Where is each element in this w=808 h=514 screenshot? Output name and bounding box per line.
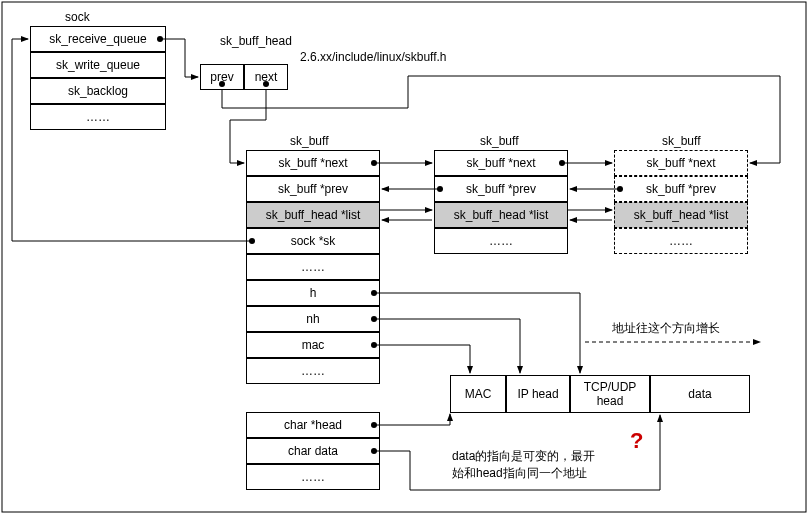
skbuff-label-3: sk_buff — [662, 134, 700, 148]
skbuffhead-label: sk_buff_head — [220, 34, 292, 48]
skbuff-side2-field: …… — [434, 228, 568, 254]
skbuff-main-field: …… — [246, 254, 380, 280]
skbuff-main-field: char data — [246, 438, 380, 464]
skbuff-side3-field: sk_buff *prev — [614, 176, 748, 202]
skbuff-main-field: nh — [246, 306, 380, 332]
skbuff-main-field: sock *sk — [246, 228, 380, 254]
sock-field: …… — [30, 104, 166, 130]
skbuff-main-field: …… — [246, 358, 380, 384]
sock-label: sock — [65, 10, 90, 24]
head-next: next — [244, 64, 288, 90]
skbuff-side3-field: sk_buff *next — [614, 150, 748, 176]
skbuff-label-1: sk_buff — [290, 134, 328, 148]
data-note: data的指向是可变的，最开 始和head指向同一个地址 — [452, 448, 595, 482]
head-prev: prev — [200, 64, 244, 90]
skbuff-main-field: mac — [246, 332, 380, 358]
sock-field: sk_backlog — [30, 78, 166, 104]
skbuff-side3-field: sk_buff_head *list — [614, 202, 748, 228]
skbuff-main-field: h — [246, 280, 380, 306]
skbuff-side2-field: sk_buff *prev — [434, 176, 568, 202]
skbuff-label-2: sk_buff — [480, 134, 518, 148]
addr-grow-label: 地址往这个方向增长 — [612, 320, 720, 337]
skbuff-main-field: sk_buff_head *list — [246, 202, 380, 228]
packet-ip: IP head — [506, 375, 570, 413]
skbuff-main-field: …… — [246, 464, 380, 490]
sock-field: sk_receive_queue — [30, 26, 166, 52]
sock-field: sk_write_queue — [30, 52, 166, 78]
skbuff-main-field: sk_buff *prev — [246, 176, 380, 202]
skbuff-side2-field: sk_buff *next — [434, 150, 568, 176]
skbuff-main-field: char *head — [246, 412, 380, 438]
packet-mac: MAC — [450, 375, 506, 413]
skbuff-side2-field: sk_buff_head *list — [434, 202, 568, 228]
skbuff-side3-field: …… — [614, 228, 748, 254]
skbuff-main-field: sk_buff *next — [246, 150, 380, 176]
packet-tcpudp: TCP/UDP head — [570, 375, 650, 413]
path-label: 2.6.xx/include/linux/skbuff.h — [300, 50, 447, 64]
packet-data: data — [650, 375, 750, 413]
question-mark-icon: ? — [630, 428, 643, 454]
